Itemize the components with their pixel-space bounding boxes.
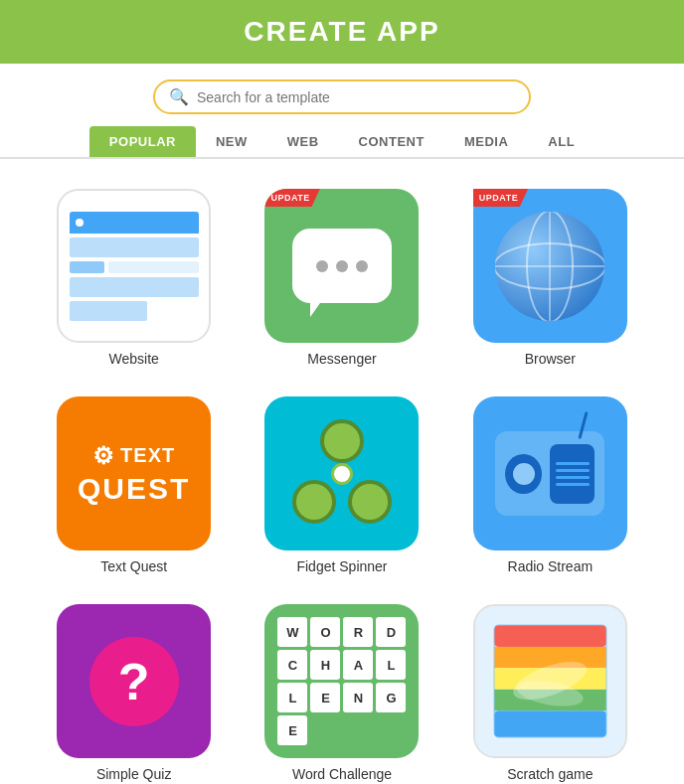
- app-icon-website: [57, 189, 211, 343]
- wc-E2: E: [277, 715, 307, 745]
- header: CREATE APP: [0, 0, 684, 64]
- page-title: CREATE APP: [0, 16, 684, 48]
- tab-popular[interactable]: POPULAR: [89, 126, 196, 157]
- website-body: [70, 237, 199, 321]
- website-main: [108, 261, 199, 273]
- app-label-radio: Radio Stream: [508, 558, 594, 574]
- website-preview: [70, 212, 199, 321]
- app-quiz[interactable]: ? Simple Quiz: [40, 604, 228, 782]
- search-container: 🔍: [153, 79, 531, 114]
- spinner-arm-3: [348, 480, 392, 524]
- radio-antenna: [579, 411, 589, 439]
- dot3: [356, 260, 368, 272]
- spinner-center: [331, 463, 353, 485]
- dot1: [316, 260, 328, 272]
- radio-dial-inner: [513, 463, 535, 485]
- dot2: [336, 260, 348, 272]
- app-label-textquest: Text Quest: [100, 558, 167, 574]
- website-dot: [76, 219, 84, 227]
- tab-content[interactable]: CONTENT: [339, 126, 444, 157]
- app-fidget[interactable]: Fidget Spinner: [248, 396, 435, 574]
- ribbon-messenger: UPDATE: [264, 189, 319, 207]
- search-icon: 🔍: [169, 87, 189, 106]
- app-icon-radio: [473, 396, 627, 550]
- app-icon-fidget: [264, 396, 419, 550]
- wc-H: H: [310, 650, 340, 680]
- app-icon-word: W O R D C H A L L E N G E: [264, 604, 419, 758]
- website-row3: [70, 301, 147, 321]
- app-icon-browser: UPDATE: [473, 189, 627, 343]
- spinner-arm-2: [292, 480, 336, 524]
- app-label-scratch: Scratch game: [507, 766, 593, 782]
- search-input[interactable]: [197, 89, 515, 105]
- tab-media[interactable]: MEDIA: [444, 126, 528, 157]
- app-grid: Website UPDATE Messenger UPDATE Browser: [0, 159, 684, 784]
- tq-text-label: TEXT: [120, 444, 175, 467]
- website-row: [70, 237, 199, 257]
- app-label-fidget: Fidget Spinner: [296, 558, 387, 574]
- app-icon-scratch: [473, 604, 627, 758]
- messenger-bubble: [292, 229, 392, 303]
- fidget-spinner: [287, 419, 397, 529]
- search-bar: 🔍: [0, 64, 684, 126]
- wc-O: O: [310, 617, 340, 647]
- wc-C: C: [277, 650, 307, 680]
- wc-A: A: [343, 650, 373, 680]
- website-sidebar: [70, 261, 199, 273]
- spinner-arm-1: [320, 419, 364, 463]
- website-topbar: [70, 212, 199, 234]
- ribbon-browser: UPDATE: [473, 189, 528, 207]
- globe-line-v: [549, 212, 551, 321]
- tab-web[interactable]: WEB: [267, 126, 339, 157]
- app-word[interactable]: W O R D C H A L L E N G E Word Challenge: [248, 604, 435, 782]
- website-side: [70, 261, 104, 273]
- radio-dial: [505, 454, 541, 494]
- radio-line-1: [556, 462, 590, 465]
- wc-G: G: [376, 683, 406, 712]
- quiz-question-mark: ?: [89, 637, 179, 726]
- radio-body: [495, 431, 604, 516]
- app-radio[interactable]: Radio Stream: [456, 396, 644, 574]
- app-icon-quiz: ?: [57, 604, 211, 758]
- app-label-messenger: Messenger: [307, 351, 376, 367]
- wc-L: L: [376, 650, 406, 680]
- tq-quest-label: QUEST: [78, 472, 190, 506]
- tab-all[interactable]: ALL: [528, 126, 595, 157]
- app-messenger[interactable]: UPDATE Messenger: [248, 189, 435, 367]
- app-textquest[interactable]: ⚙ TEXT QUEST Text Quest: [40, 396, 228, 574]
- radio-line-4: [556, 483, 590, 486]
- tq-line1: ⚙ TEXT: [92, 442, 175, 470]
- tab-new[interactable]: NEW: [196, 126, 267, 157]
- browser-globe: [495, 212, 604, 321]
- app-label-word: Word Challenge: [292, 766, 392, 782]
- app-label-quiz: Simple Quiz: [96, 766, 171, 782]
- wc-R: R: [343, 617, 373, 647]
- app-label-browser: Browser: [525, 351, 576, 367]
- app-label-website: Website: [109, 351, 159, 367]
- radio-line-3: [556, 476, 590, 479]
- app-scratch[interactable]: Scratch game: [456, 604, 644, 782]
- globe-line-h: [495, 265, 604, 267]
- word-challenge-grid: W O R D C H A L L E N G E: [267, 607, 416, 755]
- wc-D: D: [376, 617, 406, 647]
- website-row2: [70, 277, 199, 297]
- wc-L2: L: [277, 683, 307, 712]
- scratch-svg: [475, 604, 625, 758]
- radio-line-2: [556, 469, 590, 472]
- app-browser[interactable]: UPDATE Browser: [456, 189, 644, 367]
- gear-icon: ⚙: [92, 442, 114, 470]
- app-icon-messenger: UPDATE: [264, 189, 419, 343]
- app-icon-textquest: ⚙ TEXT QUEST: [57, 396, 211, 550]
- tabs: POPULAR NEW WEB CONTENT MEDIA ALL: [0, 126, 684, 159]
- wc-E: E: [310, 683, 340, 712]
- radio-speaker: [550, 444, 596, 504]
- wc-W: W: [277, 617, 307, 647]
- app-website[interactable]: Website: [40, 189, 228, 367]
- wc-N: N: [343, 683, 373, 712]
